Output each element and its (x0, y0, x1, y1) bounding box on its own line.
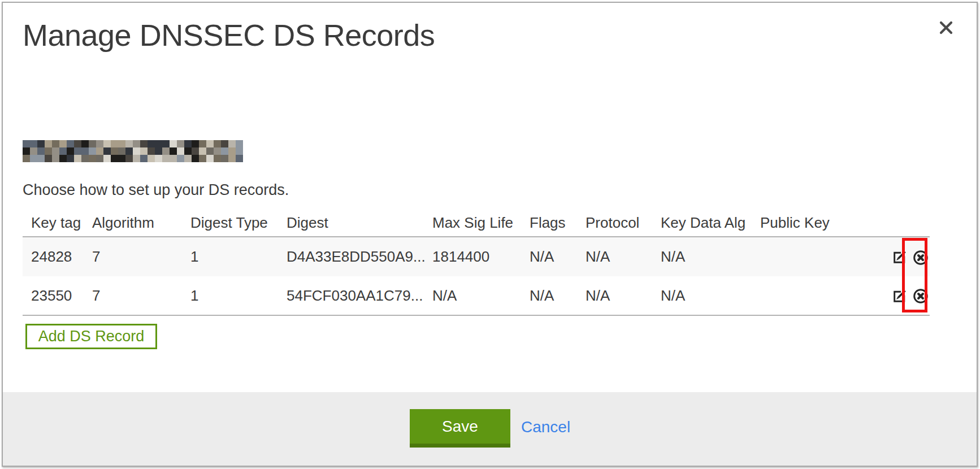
delete-record-button[interactable] (912, 249, 929, 266)
cell-algorithm: 7 (92, 276, 190, 315)
x-circle-icon (912, 298, 929, 306)
edit-record-button[interactable] (892, 289, 907, 304)
add-ds-record-button[interactable]: Add DS Record (25, 324, 157, 349)
close-button[interactable] (936, 18, 956, 38)
col-header-max-sig-life: Max Sig Life (432, 209, 530, 237)
intro-text: Choose how to set up your DS records. (23, 181, 289, 199)
table-header-row: Key tag Algorithm Digest Type Digest Max… (23, 209, 930, 237)
cell-key-tag: 24828 (23, 237, 92, 276)
save-button[interactable]: Save (410, 409, 510, 448)
redacted-domain-name (23, 140, 243, 162)
close-icon (938, 20, 954, 36)
cell-flags: N/A (530, 276, 586, 315)
cell-digest-type: 1 (190, 276, 287, 315)
col-header-actions (882, 209, 930, 237)
cell-digest-type: 1 (190, 237, 287, 276)
edit-record-button[interactable] (892, 250, 907, 265)
cell-digest: 54FCF030AA1C79... (287, 276, 432, 315)
cell-max-sig-life: 1814400 (432, 237, 530, 276)
col-header-protocol: Protocol (586, 209, 661, 237)
cell-key-data-alg: N/A (661, 237, 760, 276)
cell-protocol: N/A (586, 276, 661, 315)
col-header-flags: Flags (530, 209, 586, 237)
delete-record-button[interactable] (912, 288, 929, 305)
cell-max-sig-life: N/A (432, 276, 530, 315)
cell-actions (882, 237, 930, 276)
col-header-key-data-alg: Key Data Alg (661, 209, 760, 237)
col-header-algorithm: Algorithm (92, 209, 190, 237)
cell-protocol: N/A (586, 237, 661, 276)
cell-public-key (760, 237, 882, 276)
modal-footer: Save Cancel (3, 392, 977, 466)
cell-algorithm: 7 (92, 237, 190, 276)
col-header-digest: Digest (287, 209, 432, 237)
table-row: 23550 7 1 54FCF030AA1C79... N/A N/A N/A … (23, 276, 930, 315)
cancel-link[interactable]: Cancel (521, 409, 570, 445)
cell-actions (882, 276, 930, 315)
x-circle-icon (912, 259, 929, 268)
ds-records-table-wrap: Key tag Algorithm Digest Type Digest Max… (23, 209, 930, 316)
edit-pencil-icon (892, 258, 907, 267)
cell-key-data-alg: N/A (661, 276, 760, 315)
page-title: Manage DNSSEC DS Records (23, 18, 435, 53)
cell-key-tag: 23550 (23, 276, 92, 315)
table-row: 24828 7 1 D4A33E8DD550A9... 1814400 N/A … (23, 237, 930, 276)
col-header-key-tag: Key tag (23, 209, 92, 237)
edit-pencil-icon (892, 297, 907, 306)
cell-flags: N/A (530, 237, 586, 276)
cell-public-key (760, 276, 882, 315)
col-header-public-key: Public Key (760, 209, 882, 237)
ds-records-table: Key tag Algorithm Digest Type Digest Max… (23, 209, 930, 316)
cell-digest: D4A33E8DD550A9... (287, 237, 432, 276)
manage-dnssec-modal: Manage DNSSEC DS Records Choose how to s… (2, 2, 978, 467)
screenshot-stage: Manage DNSSEC DS Records Choose how to s… (0, 0, 980, 469)
col-header-digest-type: Digest Type (190, 209, 287, 237)
